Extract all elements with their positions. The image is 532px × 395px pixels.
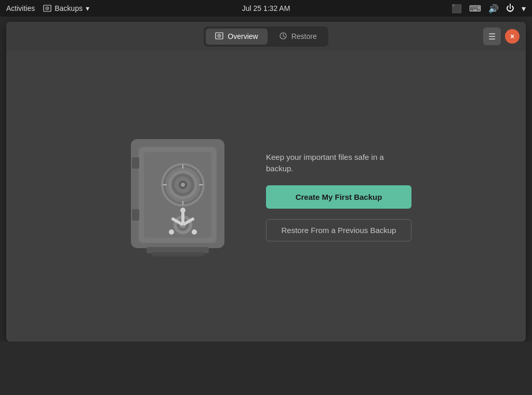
backups-app-icon: [43, 4, 51, 12]
tab-overview[interactable]: Overview: [206, 29, 267, 45]
system-bar-right: ⬛ ⌨ 🔊 ⏻ ▾: [451, 4, 526, 13]
window-header: Overview Restore ☰ ×: [6, 22, 526, 51]
power-icon[interactable]: ⏻: [506, 4, 514, 13]
app-name-label: Backups: [55, 4, 83, 12]
svg-rect-10: [132, 157, 139, 169]
restore-backup-button[interactable]: Restore From a Previous Backup: [266, 219, 411, 241]
svg-point-31: [169, 229, 174, 235]
create-backup-button[interactable]: Create My First Backup: [266, 185, 411, 209]
svg-point-2: [47, 8, 48, 9]
volume-icon[interactable]: 🔊: [488, 4, 499, 13]
main-content-area: Keep your important files safe in a back…: [121, 124, 411, 269]
svg-point-19: [181, 183, 185, 187]
system-bar-datetime: Jul 25 1:32 AM: [242, 4, 290, 12]
settings-arrow-icon[interactable]: ▾: [522, 4, 526, 13]
svg-point-32: [192, 229, 197, 235]
app-window: Overview Restore ☰ ×: [6, 22, 526, 342]
overview-tab-label: Overview: [228, 32, 258, 40]
app-menu-arrow[interactable]: ▾: [86, 4, 89, 12]
keyboard-icon[interactable]: ⌨: [469, 4, 481, 13]
window-content: Keep your important files safe in a back…: [6, 51, 526, 342]
restore-tab-label: Restore: [291, 32, 317, 40]
restore-tab-icon: [279, 32, 287, 42]
datetime-label: Jul 25 1:32 AM: [242, 4, 290, 12]
svg-rect-34: [152, 252, 204, 256]
svg-point-5: [219, 35, 220, 36]
svg-point-30: [180, 208, 185, 213]
description-text: Keep your important files safe in a back…: [266, 152, 411, 175]
tab-bar: Overview Restore: [204, 26, 328, 47]
system-bar: Activities Backups ▾ Jul 25 1:32 AM ⬛ ⌨ …: [0, 0, 532, 17]
overview-tab-icon: [215, 32, 223, 42]
right-panel: Keep your important files safe in a back…: [266, 152, 411, 241]
app-menu[interactable]: Backups ▾: [43, 4, 89, 12]
safe-illustration: [121, 124, 235, 269]
tab-restore[interactable]: Restore: [270, 29, 326, 45]
activities-button[interactable]: Activities: [6, 4, 35, 12]
menu-button[interactable]: ☰: [483, 28, 501, 45]
screen-icon[interactable]: ⬛: [451, 4, 462, 13]
system-bar-left: Activities Backups ▾: [6, 4, 89, 12]
desktop-area: [0, 342, 532, 395]
svg-rect-11: [132, 209, 139, 221]
close-button[interactable]: ×: [505, 29, 520, 44]
window-controls: ☰ ×: [483, 28, 520, 45]
